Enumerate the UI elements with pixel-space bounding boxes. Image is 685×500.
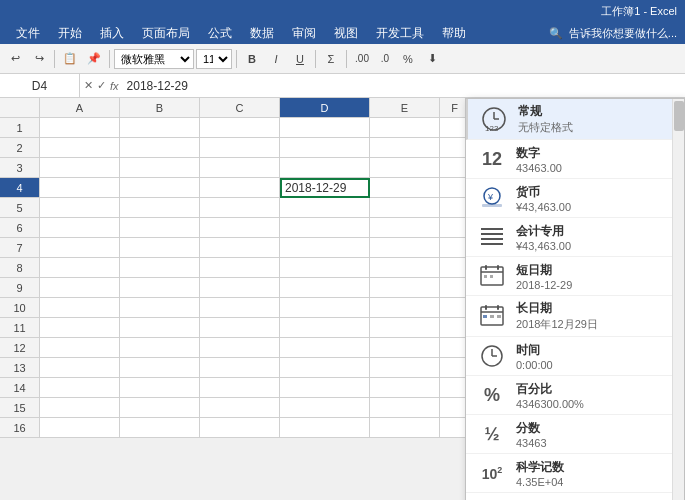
- format-item-time[interactable]: 时间0:00:00: [466, 337, 672, 376]
- cell-reference[interactable]: D4: [0, 74, 80, 97]
- cell-D7[interactable]: [280, 238, 370, 258]
- cell-E6[interactable]: [370, 218, 440, 238]
- menu-insert[interactable]: 插入: [92, 23, 132, 44]
- tell-me[interactable]: 告诉我你想要做什么...: [569, 26, 677, 41]
- cell-C1[interactable]: [200, 118, 280, 138]
- formula-content[interactable]: 2018-12-29: [123, 79, 685, 93]
- cell-D13[interactable]: [280, 358, 370, 378]
- cell-D15[interactable]: [280, 398, 370, 418]
- row-header-1[interactable]: 1: [0, 118, 40, 138]
- row-header-2[interactable]: 2: [0, 138, 40, 158]
- cell-C13[interactable]: [200, 358, 280, 378]
- cell-B8[interactable]: [120, 258, 200, 278]
- format-item-short-date[interactable]: 短日期2018-12-29: [466, 257, 672, 296]
- cell-D9[interactable]: [280, 278, 370, 298]
- cell-A4[interactable]: [40, 178, 120, 198]
- cell-A9[interactable]: [40, 278, 120, 298]
- dropdown-scrollbar[interactable]: [672, 99, 684, 500]
- underline-btn[interactable]: U: [289, 48, 311, 70]
- paste-btn[interactable]: 📌: [83, 48, 105, 70]
- cell-D3[interactable]: [280, 158, 370, 178]
- undo-btn[interactable]: ↩: [4, 48, 26, 70]
- cell-C12[interactable]: [200, 338, 280, 358]
- cell-C2[interactable]: [200, 138, 280, 158]
- cell-E9[interactable]: [370, 278, 440, 298]
- menu-file[interactable]: 文件: [8, 23, 48, 44]
- cell-E2[interactable]: [370, 138, 440, 158]
- cell-E5[interactable]: [370, 198, 440, 218]
- cell-B11[interactable]: [120, 318, 200, 338]
- col-header-c[interactable]: C: [200, 98, 280, 118]
- row-header-9[interactable]: 9: [0, 278, 40, 298]
- sort-btn[interactable]: ⬇: [421, 48, 443, 70]
- cell-B3[interactable]: [120, 158, 200, 178]
- cell-C4[interactable]: [200, 178, 280, 198]
- cell-E10[interactable]: [370, 298, 440, 318]
- cell-B12[interactable]: [120, 338, 200, 358]
- cell-B14[interactable]: [120, 378, 200, 398]
- format-item-accounting[interactable]: 会计专用¥43,463.00: [466, 218, 672, 257]
- row-header-11[interactable]: 11: [0, 318, 40, 338]
- font-name-select[interactable]: 微软雅黑: [114, 49, 194, 69]
- cell-A16[interactable]: [40, 418, 120, 438]
- cell-A5[interactable]: [40, 198, 120, 218]
- cell-C7[interactable]: [200, 238, 280, 258]
- col-header-e[interactable]: E: [370, 98, 440, 118]
- menu-review[interactable]: 审阅: [284, 23, 324, 44]
- more-number-formats-btn[interactable]: 其他数字格式(M)...: [466, 493, 672, 500]
- cell-B7[interactable]: [120, 238, 200, 258]
- cell-E1[interactable]: [370, 118, 440, 138]
- cell-A6[interactable]: [40, 218, 120, 238]
- bold-btn[interactable]: B: [241, 48, 263, 70]
- cell-B15[interactable]: [120, 398, 200, 418]
- cell-D4[interactable]: 2018-12-29: [280, 178, 370, 198]
- redo-btn[interactable]: ↪: [28, 48, 50, 70]
- cell-A2[interactable]: [40, 138, 120, 158]
- row-header-6[interactable]: 6: [0, 218, 40, 238]
- cell-C10[interactable]: [200, 298, 280, 318]
- insert-function-icon[interactable]: fx: [110, 80, 119, 92]
- format-item-clock[interactable]: 123 常规无特定格式: [466, 99, 672, 140]
- row-header-5[interactable]: 5: [0, 198, 40, 218]
- cell-A13[interactable]: [40, 358, 120, 378]
- format-item-percent[interactable]: %百分比4346300.00%: [466, 376, 672, 415]
- menu-home[interactable]: 开始: [50, 23, 90, 44]
- cell-C16[interactable]: [200, 418, 280, 438]
- col-header-d[interactable]: D: [280, 98, 370, 118]
- cell-D6[interactable]: [280, 218, 370, 238]
- cell-A8[interactable]: [40, 258, 120, 278]
- row-header-15[interactable]: 15: [0, 398, 40, 418]
- cell-D1[interactable]: [280, 118, 370, 138]
- cell-B13[interactable]: [120, 358, 200, 378]
- cell-A3[interactable]: [40, 158, 120, 178]
- cell-D12[interactable]: [280, 338, 370, 358]
- menu-view[interactable]: 视图: [326, 23, 366, 44]
- row-header-8[interactable]: 8: [0, 258, 40, 278]
- cell-E12[interactable]: [370, 338, 440, 358]
- cell-B5[interactable]: [120, 198, 200, 218]
- format-item-number[interactable]: 12数字43463.00: [466, 140, 672, 179]
- cell-C6[interactable]: [200, 218, 280, 238]
- copy-btn[interactable]: 📋: [59, 48, 81, 70]
- cell-D11[interactable]: [280, 318, 370, 338]
- confirm-icon[interactable]: ✓: [97, 79, 106, 92]
- cell-B1[interactable]: [120, 118, 200, 138]
- cell-C3[interactable]: [200, 158, 280, 178]
- row-header-16[interactable]: 16: [0, 418, 40, 438]
- cell-A12[interactable]: [40, 338, 120, 358]
- cell-D16[interactable]: [280, 418, 370, 438]
- col-header-b[interactable]: B: [120, 98, 200, 118]
- menu-formula[interactable]: 公式: [200, 23, 240, 44]
- cell-E13[interactable]: [370, 358, 440, 378]
- cell-C8[interactable]: [200, 258, 280, 278]
- menu-help[interactable]: 帮助: [434, 23, 474, 44]
- cell-B10[interactable]: [120, 298, 200, 318]
- cell-B16[interactable]: [120, 418, 200, 438]
- menu-data[interactable]: 数据: [242, 23, 282, 44]
- cell-C11[interactable]: [200, 318, 280, 338]
- cell-B9[interactable]: [120, 278, 200, 298]
- cell-D8[interactable]: [280, 258, 370, 278]
- cell-D5[interactable]: [280, 198, 370, 218]
- cell-E7[interactable]: [370, 238, 440, 258]
- row-header-14[interactable]: 14: [0, 378, 40, 398]
